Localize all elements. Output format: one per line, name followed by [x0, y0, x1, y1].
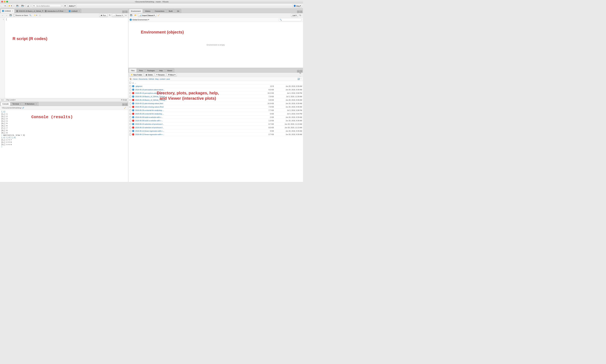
breadcrumb-blog[interactable]: blog	[155, 78, 158, 80]
close-button[interactable]	[1, 1, 3, 2]
file-name-6[interactable]: 2018-05-22-plot-missing-values.Rmd	[135, 106, 263, 108]
tab-packages[interactable]: Packages	[145, 68, 157, 72]
file-row-2[interactable]: 2018-05-10-perceptions-about-electr... 1…	[128, 91, 303, 95]
rename-button[interactable]: ✏ Rename	[155, 73, 166, 77]
delete-button[interactable]: 🗑 Delete	[144, 73, 154, 77]
search-button[interactable]: 🔍	[28, 14, 32, 17]
save-env-button[interactable]: 💾	[129, 14, 133, 17]
minimize-button[interactable]	[4, 1, 5, 2]
tab-github-basics[interactable]: 2018-05-18-Basics_of_GitHub_Th... ✕	[15, 9, 43, 13]
tab-help[interactable]: Help	[157, 68, 165, 72]
forward-button[interactable]: →	[5, 14, 8, 17]
breadcrumb-post[interactable]: post	[167, 78, 170, 80]
breadcrumb-documents[interactable]: Documents	[139, 78, 148, 80]
save-file-button[interactable]: 💾	[9, 14, 13, 17]
tab-console[interactable]: Console	[1, 102, 10, 106]
file-row-4[interactable]: 2018-05-18-Basics_of_GitHub_Throug... 5.…	[128, 98, 303, 102]
tab-close-untitled2[interactable]: ✕	[78, 10, 80, 12]
tab-terminal[interactable]: Terminal ✕	[11, 102, 23, 106]
go-to-input[interactable]	[35, 5, 60, 7]
new-folder-button[interactable]: 📁 New Folder	[129, 73, 143, 77]
tab-plots[interactable]: Plots	[137, 68, 145, 72]
file-checkbox-12[interactable]	[129, 127, 131, 129]
file-name-11[interactable]: 2018-06-10-selection-of-provinces-f...	[135, 123, 263, 125]
global-env-arrow[interactable]: ▾	[148, 19, 149, 21]
file-name-5[interactable]: 2018-05-22-plot-missing-values.html	[135, 103, 263, 104]
file-checkbox-7[interactable]	[129, 109, 131, 111]
file-row-1[interactable]: 2018-05-10-perceptions-about-electr... 9…	[128, 88, 303, 91]
tab-close-intro[interactable]: ✕	[64, 10, 65, 12]
file-checkbox-6[interactable]	[129, 106, 131, 108]
go-to-button[interactable]: ↪	[32, 4, 61, 8]
minimize-env-button[interactable]: —	[297, 11, 299, 13]
code-tools-button[interactable]: ✨ ▾	[33, 14, 38, 17]
files-list[interactable]: ▲ .. .gitignore 12 B Jun 28, 2018, 9:39 …	[128, 81, 303, 182]
addins-button[interactable]: Addins ▾	[68, 4, 77, 8]
up-checkbox[interactable]	[129, 82, 131, 84]
clear-console-button[interactable]: 🧹	[123, 106, 127, 109]
file-name-1[interactable]: 2018-05-10-perceptions-about-electr...	[135, 89, 263, 91]
source-button[interactable]: → Source ▾	[112, 14, 124, 17]
file-row-7[interactable]: 2018-05-29-a-tuturial-for-analysing-... …	[128, 109, 303, 112]
tab-environment[interactable]: Environment	[129, 9, 143, 13]
file-checkbox-11[interactable]	[129, 123, 131, 125]
rerun-button[interactable]: ↻	[108, 14, 111, 17]
level-dropdown[interactable]: ▾	[14, 99, 15, 101]
file-name-8[interactable]: 2018-05-29-a-tuturial-for-analysing-...	[135, 113, 263, 115]
rmarkdown-close[interactable]: ✕	[36, 103, 37, 105]
file-row-9[interactable]: 2018-06-08-build-a-website-with-r-... 2 …	[128, 116, 303, 119]
maximize-env-button[interactable]: □	[300, 11, 302, 13]
back-button[interactable]: ←	[1, 14, 4, 17]
print-button[interactable]: 🖨	[26, 4, 30, 8]
tools-button[interactable]: ⚙	[63, 4, 67, 8]
file-row-14[interactable]: 2018-06-12-linear-regression-with-r-... …	[128, 133, 303, 136]
tab-connections[interactable]: Connections	[153, 9, 166, 13]
breadcrumb-github[interactable]: GitHub	[149, 78, 154, 80]
file-row-gitignore[interactable]: .gitignore 12 B Jun 28, 2018, 9:39 AM	[128, 85, 303, 88]
save-all-button[interactable]: 💾+	[20, 4, 26, 8]
file-row-8[interactable]: 2018-05-29-a-tuturial-for-analysing-... …	[128, 112, 303, 116]
source-on-save-checkbox[interactable]	[13, 14, 15, 16]
import-dataset-button[interactable]: 📊 Import Dataset ▾	[138, 14, 156, 17]
maximize-console-button[interactable]: □	[125, 103, 128, 106]
save-button[interactable]: 💾	[15, 4, 20, 8]
refresh-env-button[interactable]: ↻	[299, 14, 302, 17]
maximize-button[interactable]	[6, 1, 8, 2]
refresh-files-button[interactable]: ↻	[299, 72, 302, 75]
file-name-12[interactable]: 2018-06-10-selection-of-provinces-f...	[135, 127, 263, 129]
file-checkbox-gitignore[interactable]	[129, 85, 131, 87]
env-search-input[interactable]	[278, 18, 302, 21]
tab-git[interactable]: Git	[175, 9, 181, 13]
console-prompt-line[interactable]: >	[1, 146, 127, 148]
file-checkbox-8[interactable]	[129, 113, 131, 115]
file-row-6[interactable]: 2018-05-22-plot-missing-values.Rmd 7.9 K…	[128, 105, 303, 109]
file-row-5[interactable]: 2018-05-22-plot-missing-values.html 10.9…	[128, 102, 303, 105]
file-row-12[interactable]: 2018-06-10-selection-of-provinces-f... 8…	[128, 126, 303, 129]
file-name-2[interactable]: 2018-05-10-perceptions-about-electr...	[135, 92, 263, 94]
maximize-editor-button[interactable]: □	[125, 11, 128, 13]
tab-close-untitled1[interactable]: ✕	[12, 10, 13, 12]
file-checkbox-4[interactable]	[129, 99, 131, 101]
file-row-10[interactable]: 2018-06-08-build-a-website-with-r-... 1.…	[128, 119, 303, 122]
file-name-13[interactable]: 2018-06-12-linear-regression-with-r-...	[135, 130, 263, 132]
source-on-save-label[interactable]: Source on Save	[13, 14, 28, 16]
run-button[interactable]: ▶ Run	[99, 14, 108, 17]
file-row-11[interactable]: 2018-06-10-selection-of-provinces-f... 8…	[128, 122, 303, 126]
clear-env-button[interactable]: 🧹	[157, 14, 161, 17]
file-checkbox-14[interactable]	[129, 133, 131, 135]
file-name-3[interactable]: 2018-05-18-Basics_of_GitHub_Throug...	[135, 96, 263, 97]
tab-viewer[interactable]: Viewer	[165, 68, 174, 72]
minimize-console-button[interactable]: —	[122, 103, 125, 106]
tab-rmarkdown[interactable]: R Markdown ✕	[23, 102, 39, 106]
open-file-button[interactable]: 📂▾	[7, 4, 13, 8]
file-checkbox-1[interactable]	[129, 89, 131, 91]
file-checkbox-2[interactable]	[129, 92, 131, 94]
tab-intro-rmd[interactable]: Introduction to R.Rmd ✕	[43, 9, 67, 13]
tab-build[interactable]: Build	[167, 9, 175, 13]
new-file-button[interactable]: 📄▾	[1, 4, 7, 8]
tab-files[interactable]: Files	[129, 68, 137, 72]
compile-button[interactable]: □	[39, 14, 41, 17]
file-up-row[interactable]: ▲ ..	[128, 81, 303, 85]
console-content[interactable]: [,1] [1,] 1 [2,] 2 [3,] 3 [4,] 4 [5,] 5 …	[0, 110, 128, 182]
more-button[interactable]: ⚙ More ▾	[167, 73, 177, 77]
